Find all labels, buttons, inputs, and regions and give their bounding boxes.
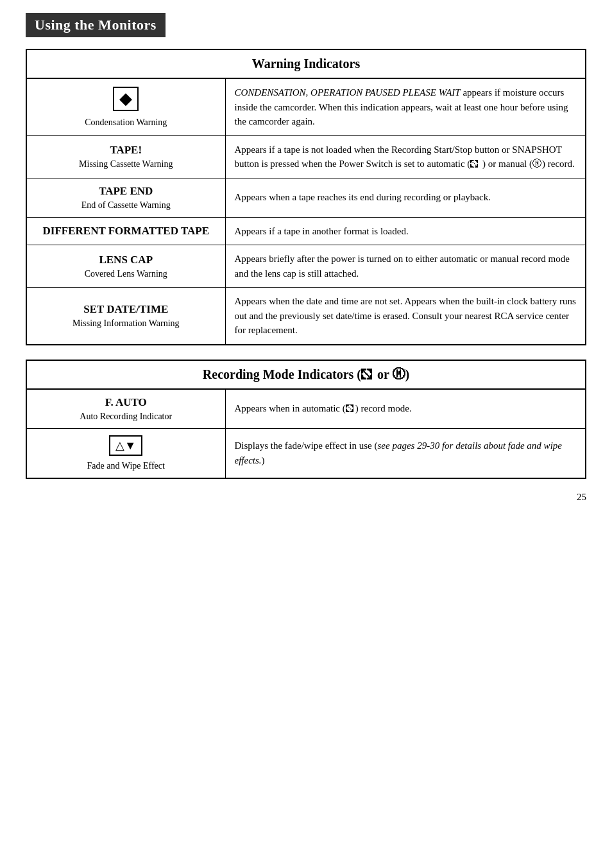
tape-end-sub: End of Cassette Warning <box>36 200 216 211</box>
table-row: △▼ Fade and Wipe Effect Displays the fad… <box>26 428 586 478</box>
table-row: LENS CAP Covered Lens Warning Appears br… <box>26 245 586 288</box>
condensation-warning-cell: ◆ Condensation Warning <box>26 78 225 135</box>
set-date-desc: Appears when the date and time are not s… <box>225 288 586 345</box>
f-auto-sub: Auto Recording Indicator <box>36 412 216 422</box>
warning-title-row: Warning Indicators <box>26 49 586 78</box>
set-date-sub: Missing Information Warning <box>36 318 216 329</box>
diff-format-cell: DIFFERENT FORMATTED TAPE <box>26 217 225 245</box>
lens-cap-cell: LENS CAP Covered Lens Warning <box>26 245 225 288</box>
lens-cap-desc: Appears briefly after the power is turne… <box>225 245 586 288</box>
diff-format-desc: Appears if a tape in another format is l… <box>225 217 586 245</box>
fade-icon-wrapper: △▼ <box>36 435 216 458</box>
lens-cap-sub: Covered Lens Warning <box>36 269 216 279</box>
set-date-bold: SET DATE/TIME <box>36 303 216 316</box>
tape-end-bold: TAPE END <box>36 185 216 198</box>
condensation-italic: CONDENSATION, OPERATION PAUSED PLEASE WA… <box>235 87 461 98</box>
tape-bold-label: TAPE! <box>36 144 216 157</box>
condensation-icon: ◆ <box>113 87 139 111</box>
fade-wipe-cell: △▼ Fade and Wipe Effect <box>26 428 225 478</box>
table-row: DIFFERENT FORMATTED TAPE Appears if a ta… <box>26 217 586 245</box>
f-auto-bold: F. AUTO <box>36 396 216 409</box>
condensation-icon-wrapper: ◆ <box>36 87 216 115</box>
condensation-label: Condensation Warning <box>36 117 216 128</box>
fade-wipe-icon: △▼ <box>109 435 142 456</box>
header-title: Using the Monitors <box>26 13 166 37</box>
f-auto-desc: Appears when in automatic (⛞) record mod… <box>225 389 586 429</box>
set-date-cell: SET DATE/TIME Missing Information Warnin… <box>26 288 225 345</box>
lens-cap-bold: LENS CAP <box>36 254 216 266</box>
recording-table-title: Recording Mode Indicators (⛞ or Ⓜ) <box>26 360 586 389</box>
table-row: TAPE END End of Cassette Warning Appears… <box>26 178 586 217</box>
tape-warning-cell: TAPE! Missing Cassette Warning <box>26 135 225 178</box>
warning-indicators-table: Warning Indicators ◆ Condensation Warnin… <box>26 49 586 345</box>
page-header: Using the Monitors <box>26 13 586 49</box>
tape-end-cell: TAPE END End of Cassette Warning <box>26 178 225 217</box>
table-row: SET DATE/TIME Missing Information Warnin… <box>26 288 586 345</box>
f-auto-cell: F. AUTO Auto Recording Indicator <box>26 389 225 429</box>
diff-format-bold: DIFFERENT FORMATTED TAPE <box>36 225 216 238</box>
recording-title-row: Recording Mode Indicators (⛞ or Ⓜ) <box>26 360 586 389</box>
table-row: TAPE! Missing Cassette Warning Appears i… <box>26 135 586 178</box>
fade-wipe-desc: Displays the fade/wipe effect in use (se… <box>225 428 586 478</box>
tape-desc: Appears if a tape is not loaded when the… <box>225 135 586 178</box>
warning-table-title: Warning Indicators <box>26 49 586 78</box>
tape-sub-label: Missing Cassette Warning <box>36 159 216 169</box>
fade-italic: see pages 29-30 for details about fade a… <box>235 440 562 465</box>
page-number: 25 <box>26 492 586 503</box>
water-drop-icon: ◆ <box>119 89 132 108</box>
table-row: F. AUTO Auto Recording Indicator Appears… <box>26 389 586 429</box>
tape-end-desc: Appears when a tape reaches its end duri… <box>225 178 586 217</box>
recording-mode-table: Recording Mode Indicators (⛞ or Ⓜ) F. AU… <box>26 360 586 479</box>
fade-wipe-sub: Fade and Wipe Effect <box>36 461 216 471</box>
table-row: ◆ Condensation Warning CONDENSATION, OPE… <box>26 78 586 135</box>
condensation-desc: CONDENSATION, OPERATION PAUSED PLEASE WA… <box>225 78 586 135</box>
